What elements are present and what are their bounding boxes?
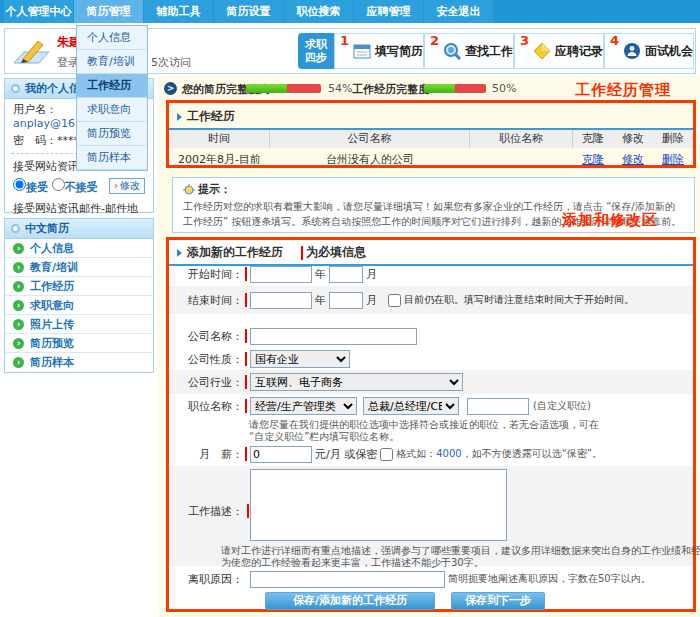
dropdown-item-job-intention[interactable]: 求职意向: [77, 98, 147, 122]
step-find-job[interactable]: 2 查找工作: [424, 33, 514, 69]
annotation-work-history-management: 工作经历管理: [575, 81, 671, 100]
position-title-select[interactable]: 总裁/总经理/CEO: [363, 397, 459, 415]
required-marker: [245, 399, 247, 413]
top-navbar: 个人管理中心 简历管理 辅助工具 简历设置 职位搜索 应聘管理 安全退出: [0, 0, 700, 23]
end-month-input[interactable]: [329, 292, 363, 309]
salary-note-post: ，如不方便透露可以选“保密”。: [462, 448, 602, 459]
start-year-input[interactable]: [250, 266, 312, 283]
step-label: 面试机会: [645, 43, 693, 60]
accept-radio[interactable]: [13, 178, 26, 191]
sidebar-item-resume-preview[interactable]: 简历预览: [5, 334, 153, 353]
end-year-input[interactable]: [250, 292, 312, 309]
four-steps-badge: 求职 四步: [298, 33, 334, 69]
triangle-icon: [177, 113, 182, 121]
salary-secret-checkbox[interactable]: [380, 448, 393, 461]
green-arrow-icon: [13, 243, 24, 254]
nav-item-tools[interactable]: 辅助工具: [144, 0, 213, 23]
delete-link[interactable]: 删除: [662, 152, 684, 167]
col-edit: 修改: [622, 130, 644, 148]
dropdown-item-resume-samples[interactable]: 简历样本: [77, 146, 147, 170]
step-number: 3: [520, 33, 529, 48]
company-name-input[interactable]: [250, 328, 417, 345]
company-nature-label: 公司性质：: [169, 352, 243, 367]
quit-reason-input[interactable]: [250, 571, 445, 588]
sidebar-item-work-history[interactable]: 工作经历: [5, 277, 153, 296]
sidebar-item-label: 工作经历: [30, 277, 74, 296]
section-title-text: 工作经历: [187, 108, 235, 125]
step-number: 2: [430, 33, 439, 48]
sidebar-item-photo-upload[interactable]: 照片上传: [5, 315, 153, 334]
interview-person-icon: [623, 42, 641, 60]
salary-note: 格式如：4000，如不方便透露可以选“保密”。: [396, 447, 602, 461]
custom-position-input[interactable]: [467, 398, 529, 415]
step-fill-resume[interactable]: 1 填写简历: [334, 33, 424, 69]
row-time: 2002年8月-目前: [169, 152, 270, 167]
work-history-annotation-box: 工作经历 时间 公司名称 职位名称 克隆 修改 删除 2002年8月-目前 台州…: [166, 100, 696, 168]
clone-link[interactable]: 克隆: [582, 152, 604, 167]
save-add-button[interactable]: 保存/添加新的工作经历: [265, 592, 435, 610]
panel-header: 中文简历: [5, 219, 153, 239]
form-title: 添加新的工作经历: [187, 244, 283, 261]
sidebar-item-resume-samples[interactable]: 简历样本: [5, 353, 153, 372]
position-category-select[interactable]: 经营/生产管理类: [250, 397, 357, 415]
start-time-label: 开始时间：: [169, 267, 243, 282]
newsletter-options-row: 接受 不接受 ›修改: [5, 174, 153, 195]
company-nature-select[interactable]: 国有企业: [250, 350, 350, 368]
sidebar-item-job-intention[interactable]: 求职意向: [5, 296, 153, 315]
required-marker: [245, 293, 247, 307]
decline-radio[interactable]: [52, 178, 65, 191]
step-label: 应聘记录: [555, 43, 603, 60]
sidebar-item-personal-info[interactable]: 个人信息: [5, 239, 153, 258]
step-label: 填写简历: [375, 43, 423, 60]
required-marker: [245, 352, 247, 366]
required-marker: [301, 246, 303, 260]
history-table-header: 时间 公司名称 职位名称 克隆 修改 删除: [169, 130, 693, 148]
sidebar-item-label: 简历样本: [30, 353, 74, 372]
nav-item-resume-settings[interactable]: 简历设置: [214, 0, 283, 23]
sidebar-item-education[interactable]: 教育/培训: [5, 258, 153, 277]
step-interview-offers[interactable]: 4 面试机会: [604, 33, 694, 69]
start-month-input[interactable]: [329, 266, 363, 283]
step-number: 1: [340, 33, 349, 48]
month-suffix: 月: [366, 293, 377, 308]
salary-row: 月 薪： 元/月 或保密 格式如：4000，如不方便透露可以选“保密”。: [169, 442, 693, 466]
triangle-icon: [177, 249, 182, 257]
bullet-circle-icon: [11, 224, 20, 233]
add-work-history-form: 添加新的工作经历 为必填信息 开始时间： 年 月 结束时间： 年: [169, 240, 693, 609]
salary-note-pre: 格式如：: [396, 448, 436, 459]
nav-item-logout[interactable]: 安全退出: [424, 0, 493, 23]
col-time: 时间: [169, 130, 270, 148]
nav-item-job-search[interactable]: 职位搜索: [284, 0, 353, 23]
edit-link[interactable]: 修改: [622, 152, 644, 167]
current-job-note: 目前仍在职。填写时请注意结束时间大于开始时间。: [404, 293, 634, 307]
modify-newsletter-button[interactable]: ›修改: [109, 178, 145, 194]
current-job-checkbox[interactable]: [388, 294, 401, 307]
dropdown-item-personal-info[interactable]: 个人信息: [77, 26, 147, 50]
resume-menu-panel: 中文简历 个人信息 教育/培训 工作经历 求职意向 照片上传 简历预览 简历样本: [4, 218, 154, 373]
resume-completeness-value: 54%: [328, 82, 352, 95]
step-application-records[interactable]: 3 应聘记录: [514, 33, 604, 69]
row-company: 台州没有人的公司: [270, 152, 470, 167]
job-description-textarea[interactable]: [250, 469, 507, 541]
industry-label: 公司行业：: [169, 375, 243, 390]
col-clone: 克隆: [582, 130, 604, 148]
required-marker: [245, 267, 247, 281]
form-title-row: 添加新的工作经历 为必填信息: [169, 240, 693, 264]
tip-title: 提示：: [198, 182, 231, 197]
salary-input[interactable]: [250, 446, 312, 463]
calendar-icon: [353, 42, 371, 60]
company-name-label: 公司名称：: [169, 329, 243, 344]
dropdown-item-education[interactable]: 教育/培训: [77, 50, 147, 74]
add-work-history-annotation-box: 添加新的工作经历 为必填信息 开始时间： 年 月 结束时间： 年: [166, 237, 696, 612]
dropdown-item-resume-preview[interactable]: 简历预览: [77, 122, 147, 146]
nav-item-application-management[interactable]: 应聘管理: [354, 0, 423, 23]
col-actions: 克隆 修改 删除: [573, 130, 693, 148]
month-suffix: 月: [366, 267, 377, 282]
spacer: [245, 572, 247, 586]
save-next-button[interactable]: 保存到下一步: [451, 592, 545, 610]
nav-item-resume-management[interactable]: 简历管理: [74, 0, 143, 23]
position-label: 职位名称：: [169, 399, 243, 414]
dropdown-item-work-history[interactable]: 工作经历: [77, 74, 147, 98]
industry-select[interactable]: 互联网、电子商务: [250, 373, 463, 391]
nav-item-personal-center[interactable]: 个人管理中心: [4, 0, 73, 23]
